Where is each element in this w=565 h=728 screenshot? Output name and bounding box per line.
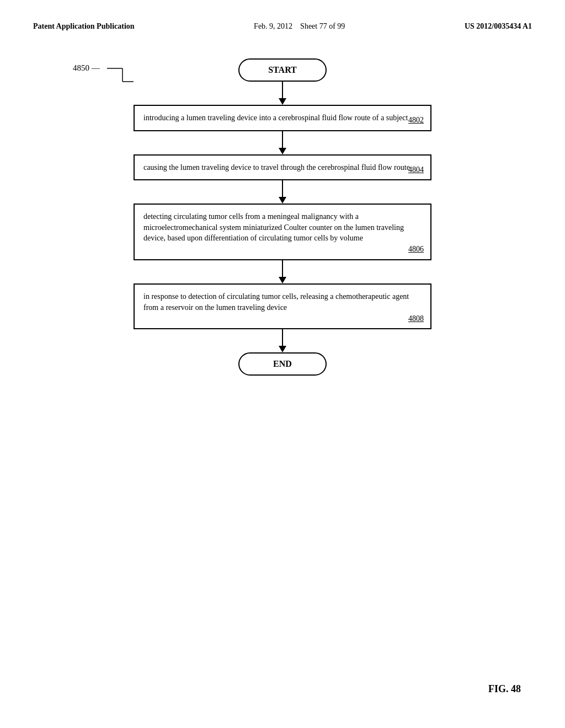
end-label: END: [273, 359, 292, 368]
start-label: START: [268, 65, 297, 74]
step-4804-box: causing the lumen traveling device to tr…: [134, 154, 431, 181]
page-header: Patent Application Publication Feb. 9, 2…: [33, 22, 532, 31]
arrow-head-1: [279, 98, 286, 105]
header-publication-label: Patent Application Publication: [33, 22, 135, 31]
arrow-line-1: [282, 82, 283, 98]
step-4806-number: 4806: [408, 244, 424, 255]
arrow-head-3: [279, 197, 286, 204]
step-4808-box: in response to detection of circulating …: [134, 283, 431, 329]
flow-content: 4850 — START introducing a lumen traveli…: [33, 58, 532, 376]
step-4808-text: in response to detection of circulating …: [143, 292, 409, 312]
arrow-4: [279, 260, 286, 283]
svg-text:4850 —: 4850 —: [73, 63, 100, 72]
header-date-sheet: Feb. 9, 2012 Sheet 77 of 99: [254, 22, 345, 31]
arrow-2: [279, 131, 286, 154]
arrow-head-4: [279, 277, 286, 283]
step-4802-number: 4802: [408, 115, 424, 126]
step-4806-text: detecting circulating tumor cells from a…: [143, 212, 404, 242]
start-oval: START: [238, 58, 327, 82]
arrow-line-3: [282, 180, 283, 197]
header-patent-number: US 2012/0035434 A1: [465, 22, 532, 31]
arrow-line-4: [282, 260, 283, 277]
arrow-5: [279, 329, 286, 352]
step-4804-number: 4804: [408, 164, 424, 175]
start-row: 4850 — START: [134, 58, 431, 82]
arrow-line-2: [282, 131, 283, 148]
step-4806-box: detecting circulating tumor cells from a…: [134, 204, 431, 260]
figure-label: FIG. 48: [488, 683, 521, 695]
ref-bracket-svg: 4850 —: [73, 61, 139, 94]
arrow-1: [279, 82, 286, 105]
step-4802-box: introducing a lumen traveling device int…: [134, 105, 431, 131]
flowchart-diagram: 4850 — START introducing a lumen traveli…: [33, 58, 532, 376]
step-4802-text: introducing a lumen traveling device int…: [143, 114, 408, 122]
header-date: Feb. 9, 2012: [254, 22, 292, 30]
arrow-head-2: [279, 148, 286, 154]
page: Patent Application Publication Feb. 9, 2…: [0, 0, 565, 728]
arrow-3: [279, 180, 286, 204]
header-sheet: Sheet 77 of 99: [300, 22, 345, 30]
end-oval: END: [238, 352, 327, 376]
arrow-line-5: [282, 329, 283, 346]
step-4808-number: 4808: [408, 313, 424, 324]
step-4804-text: causing the lumen traveling device to tr…: [143, 163, 410, 172]
arrow-head-5: [279, 346, 286, 352]
